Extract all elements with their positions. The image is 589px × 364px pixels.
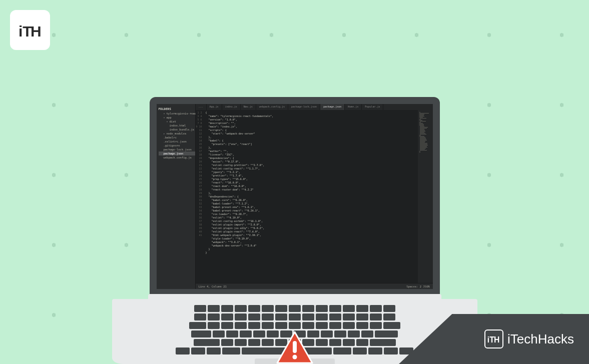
key bbox=[302, 314, 314, 320]
key bbox=[356, 314, 368, 320]
key bbox=[302, 322, 314, 329]
key bbox=[383, 314, 395, 320]
key bbox=[370, 314, 382, 320]
svg-text:iT: iT bbox=[487, 336, 494, 344]
tab-package-lock-json[interactable]: package-lock.json bbox=[288, 104, 320, 110]
tab-popular-js[interactable]: Popular.js bbox=[362, 104, 383, 110]
banner-logo-icon: iT H bbox=[484, 330, 503, 348]
key bbox=[207, 348, 221, 354]
key bbox=[208, 314, 220, 320]
key bbox=[248, 314, 260, 320]
key bbox=[248, 339, 260, 346]
key bbox=[316, 322, 328, 329]
key bbox=[361, 330, 373, 338]
key bbox=[343, 305, 355, 312]
folder-app[interactable]: app bbox=[159, 116, 195, 120]
tab-index-js[interactable]: index.js bbox=[222, 104, 241, 110]
tab-home-js[interactable]: Home.js bbox=[345, 104, 362, 110]
file--gitignore[interactable]: .gitignore bbox=[159, 144, 195, 148]
key bbox=[353, 348, 367, 354]
key bbox=[289, 305, 301, 312]
key bbox=[334, 330, 346, 338]
key bbox=[248, 322, 260, 329]
key bbox=[253, 330, 265, 338]
key bbox=[235, 314, 247, 320]
key bbox=[222, 348, 240, 354]
file-package-json[interactable]: package.json bbox=[159, 152, 195, 156]
key bbox=[213, 330, 225, 338]
svg-point-4 bbox=[292, 355, 297, 360]
tab-package-json[interactable]: package.json bbox=[320, 104, 345, 110]
key bbox=[191, 330, 211, 338]
key bbox=[208, 322, 220, 329]
key bbox=[329, 305, 341, 312]
key bbox=[226, 330, 238, 338]
code-content: { "name": "tylermcginnis-react-fundament… bbox=[204, 110, 418, 283]
key bbox=[176, 348, 190, 354]
tab-app-js[interactable]: App.js bbox=[207, 104, 222, 110]
key bbox=[275, 305, 287, 312]
tab-nav-js[interactable]: Nav.js bbox=[241, 104, 256, 110]
file-index-html[interactable]: index.html bbox=[159, 124, 195, 128]
editor-tabs: ...App.jsindex.jsNav.jswebpack.config.js… bbox=[196, 104, 433, 110]
laptop-hinge bbox=[148, 294, 441, 299]
key bbox=[189, 322, 206, 329]
file-tree: tylermcginnis-reactappdistindex.htmlinde… bbox=[157, 112, 195, 160]
key bbox=[368, 348, 382, 354]
key bbox=[191, 348, 205, 354]
keyboard-row bbox=[189, 322, 400, 329]
key bbox=[329, 322, 341, 329]
minimap-lines bbox=[419, 112, 431, 153]
file-webpack-config-js[interactable]: webpack.config.js bbox=[159, 156, 195, 160]
key bbox=[235, 339, 247, 346]
key bbox=[370, 305, 382, 312]
svg-text:H: H bbox=[494, 336, 499, 344]
key bbox=[221, 314, 233, 320]
key bbox=[240, 330, 252, 338]
file--babelrc[interactable]: .babelrc bbox=[159, 136, 195, 140]
tab----[interactable]: ... bbox=[196, 104, 207, 110]
banner-text: iTechHacks bbox=[507, 332, 574, 347]
key bbox=[194, 314, 206, 320]
folder-node-modules[interactable]: node_modules bbox=[159, 132, 195, 136]
key bbox=[221, 322, 233, 329]
laptop-illustration: FOLDERS tylermcginnis-reactappdistindex.… bbox=[112, 97, 477, 364]
key bbox=[356, 305, 368, 312]
brand-logo-corner: iT H bbox=[10, 10, 50, 50]
key bbox=[370, 322, 382, 329]
tab-webpack-config-js[interactable]: webpack.config.js bbox=[256, 104, 288, 110]
file-package-lock-json[interactable]: package-lock.json bbox=[159, 148, 195, 152]
file-index-bundle-js[interactable]: index_bundle.js bbox=[159, 128, 195, 132]
tree-root[interactable]: tylermcginnis-react bbox=[159, 112, 195, 116]
key bbox=[375, 330, 398, 338]
svg-rect-3 bbox=[293, 341, 297, 353]
editor-sidebar: FOLDERS tylermcginnis-reactappdistindex.… bbox=[157, 104, 196, 289]
key bbox=[262, 322, 274, 329]
key bbox=[275, 322, 287, 329]
key bbox=[194, 339, 220, 346]
key bbox=[316, 339, 328, 346]
editor-main: ...App.jsindex.jsNav.jswebpack.config.js… bbox=[196, 104, 433, 289]
key bbox=[235, 305, 247, 312]
key bbox=[343, 339, 355, 346]
svg-text:H: H bbox=[31, 23, 42, 40]
key bbox=[383, 305, 395, 312]
file--eslintrc-json[interactable]: .eslintrc.json bbox=[159, 140, 195, 144]
svg-text:iT: iT bbox=[19, 23, 32, 40]
key bbox=[248, 305, 260, 312]
code-area: 1 2 3 4 5 6 7 8 9 10 11 12 13 14 15 16 1… bbox=[196, 110, 433, 283]
laptop-screen: FOLDERS tylermcginnis-reactappdistindex.… bbox=[157, 104, 433, 289]
code-editor: FOLDERS tylermcginnis-reactappdistindex.… bbox=[157, 104, 433, 289]
key bbox=[329, 339, 341, 346]
folder-dist[interactable]: dist bbox=[159, 120, 195, 124]
key bbox=[221, 305, 233, 312]
minimap bbox=[418, 110, 433, 283]
key bbox=[343, 322, 355, 329]
key bbox=[275, 314, 287, 320]
key bbox=[384, 348, 398, 354]
status-bar: Line 4, Column 21 Spaces: 2 JSON bbox=[196, 283, 433, 289]
key bbox=[316, 305, 328, 312]
key bbox=[208, 305, 220, 312]
key bbox=[289, 314, 301, 320]
key bbox=[235, 322, 247, 329]
